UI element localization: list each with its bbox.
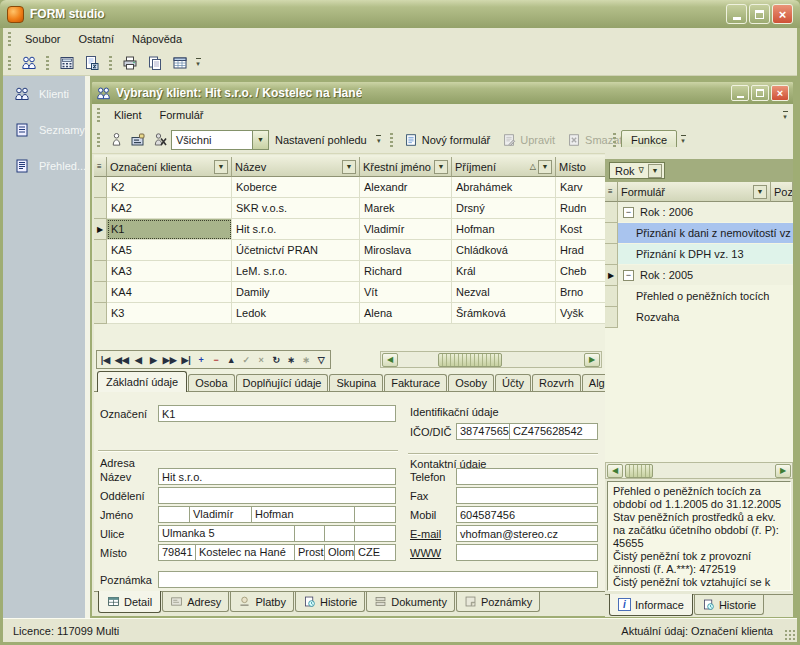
column-header-formular[interactable]: Formulář▼ — [618, 182, 771, 202]
tab-historie-forms[interactable]: Historie — [694, 595, 764, 615]
view-filter-select[interactable]: Všichni ▼ — [171, 130, 269, 150]
table-view-button[interactable] — [167, 52, 192, 74]
cell[interactable]: Kost — [556, 219, 606, 240]
menu-formular[interactable]: Formulář — [151, 106, 213, 124]
column-header-misto[interactable]: Místo — [556, 157, 606, 177]
toolbar-grip[interactable] — [97, 133, 100, 147]
table-row[interactable]: KA5 Účetnictví PRAN Miroslava Chládková … — [94, 240, 606, 261]
cell[interactable]: Vyšk — [556, 303, 606, 324]
chevron-down-icon[interactable]: ▼ — [252, 131, 268, 149]
calculator-button[interactable] — [54, 52, 79, 74]
poznamka-field[interactable] — [158, 571, 598, 588]
tree-item-row[interactable]: Přehled o peněžních tocích — [605, 286, 793, 307]
tab-skupina[interactable]: Skupina — [329, 374, 383, 391]
toolbar-grip[interactable] — [8, 32, 11, 46]
column-header-krestni-jmeno[interactable]: Křestní jméno▼ — [360, 157, 452, 177]
group-by-rok-chip[interactable]: Rok ∇ ▼ — [609, 162, 665, 179]
street-extra2-field[interactable] — [325, 525, 355, 542]
toolbar-grip[interactable] — [97, 108, 100, 122]
cell[interactable]: Abrahámek — [452, 177, 556, 198]
grid-corner-button[interactable]: ≡ — [94, 157, 107, 177]
cell[interactable]: K2 — [107, 177, 232, 198]
region-field[interactable]: Olom — [325, 544, 355, 561]
cell[interactable]: Chládková — [452, 240, 556, 261]
first-name-field[interactable]: Vladimír — [190, 506, 252, 523]
sidebar-item-seznamy[interactable]: Seznamy — [3, 112, 85, 148]
column-header-oznaceni-klienta[interactable]: Označení klienta▼ — [107, 157, 232, 177]
menu-napoveda[interactable]: Nápověda — [123, 30, 191, 48]
collapse-icon[interactable]: − — [623, 207, 634, 218]
scroll-left-icon[interactable]: ◀ — [382, 353, 398, 367]
tab-zakladni-udaje[interactable]: Základní údaje — [97, 371, 187, 392]
menu-klient[interactable]: Klient — [105, 106, 151, 124]
print-button[interactable] — [117, 52, 142, 74]
table-row[interactable]: KA2 SKR v.o.s. Marek Drsný Rudn — [94, 198, 606, 219]
cell[interactable]: Nezval — [452, 282, 556, 303]
nav-search2-button[interactable]: ∗ — [299, 352, 314, 368]
column-dropdown-icon[interactable]: ▼ — [434, 160, 448, 174]
toolbar-grip[interactable] — [613, 133, 616, 147]
hide-person-button[interactable] — [149, 129, 171, 151]
ico-field[interactable]: 38747565 — [456, 423, 510, 440]
cell[interactable]: Šrámková — [452, 303, 556, 324]
tab-fakturace[interactable]: Fakturace — [384, 374, 447, 391]
cell[interactable]: Hofman — [452, 219, 556, 240]
cell[interactable]: LeM. s.r.o. — [232, 261, 360, 282]
column-header-prijmeni[interactable]: Příjmení△▼ — [452, 157, 556, 177]
www-field[interactable] — [456, 544, 598, 561]
tab-historie[interactable]: Historie — [295, 592, 365, 612]
tab-osoby[interactable]: Osoby — [448, 374, 494, 391]
street-extra3-field[interactable] — [355, 525, 396, 542]
nav-first-button[interactable]: |◀ — [98, 352, 113, 368]
cell[interactable]: Účetnictví PRAN — [232, 240, 360, 261]
close-button[interactable]: × — [772, 4, 793, 24]
nav-fast-next-button[interactable]: ▶▶ — [161, 352, 179, 368]
clients-button[interactable] — [16, 52, 41, 74]
tree-item-row[interactable]: Přiznání k DPH vz. 13 — [605, 244, 793, 265]
toolbar-overflow-icon[interactable]: ▾ — [373, 130, 385, 150]
fax-field[interactable] — [456, 487, 598, 504]
nav-next-button[interactable]: ▶ — [146, 352, 161, 368]
tab-dokumenty[interactable]: Dokumenty — [366, 592, 455, 612]
tree-group-row[interactable]: −Rok : 2006 — [605, 202, 793, 223]
cell[interactable]: Marek — [360, 198, 452, 219]
grid-corner-button[interactable]: ≡ — [605, 182, 618, 202]
email-link-label[interactable]: E-mail — [410, 528, 441, 540]
cell[interactable]: Drsný — [452, 198, 556, 219]
oznaceni-field[interactable]: K1 — [158, 405, 396, 422]
table-row[interactable]: K2 Koberce Alexandr Abrahámek Karv — [94, 177, 606, 198]
district-field[interactable]: Prost — [295, 544, 325, 561]
menu-soubor[interactable]: Soubor — [16, 30, 69, 48]
dic-field[interactable]: CZ475628542 — [510, 423, 598, 440]
cell[interactable]: KA5 — [107, 240, 232, 261]
suffix-field[interactable] — [355, 506, 396, 523]
cell[interactable]: Cheb — [556, 261, 606, 282]
nav-insert-button[interactable]: + — [194, 352, 209, 368]
view-settings-button[interactable]: Nastavení pohledu — [269, 131, 373, 149]
title-field[interactable] — [158, 506, 190, 523]
mobil-field[interactable]: 604587456 — [456, 506, 598, 523]
minimize-button[interactable] — [726, 4, 747, 24]
nav-filter-button[interactable]: ▽ — [314, 352, 329, 368]
nazev-field[interactable]: Hit s.r.o. — [158, 468, 396, 485]
cell[interactable]: Hit s.r.o. — [232, 219, 360, 240]
column-header-poznamka[interactable]: Poz — [771, 182, 793, 202]
tab-informace[interactable]: i Informace — [609, 594, 693, 616]
sidebar-item-klienti[interactable]: Klienti — [3, 76, 85, 112]
column-header-nazev[interactable]: Název▼ — [232, 157, 360, 177]
table-row[interactable]: KA4 Damily Vít Nezval Brno — [94, 282, 606, 303]
tab-rozvrh[interactable]: Rozvrh — [532, 374, 581, 391]
maximize-button[interactable] — [749, 4, 770, 24]
table-row[interactable]: KA3 LeM. s.r.o. Richard Král Cheb — [94, 261, 606, 282]
tab-doplnujici-udaje[interactable]: Doplňující údaje — [236, 374, 329, 391]
tree-item-row[interactable]: Rozvaha — [605, 307, 793, 328]
cell[interactable]: K3 — [107, 303, 232, 324]
tree-group-row-current[interactable]: ▶ −Rok : 2005 — [605, 265, 793, 286]
edit-form-button[interactable]: Upravit — [496, 130, 561, 150]
scroll-right-icon[interactable]: ▶ — [775, 464, 791, 478]
last-name-field[interactable]: Hofman — [252, 506, 355, 523]
child-close-button[interactable]: × — [771, 85, 789, 101]
tree-item-row[interactable]: Přiznání k dani z nemovitostí vz — [605, 223, 793, 244]
resize-grip[interactable] — [783, 628, 795, 640]
tab-ucty[interactable]: Účty — [495, 374, 531, 391]
